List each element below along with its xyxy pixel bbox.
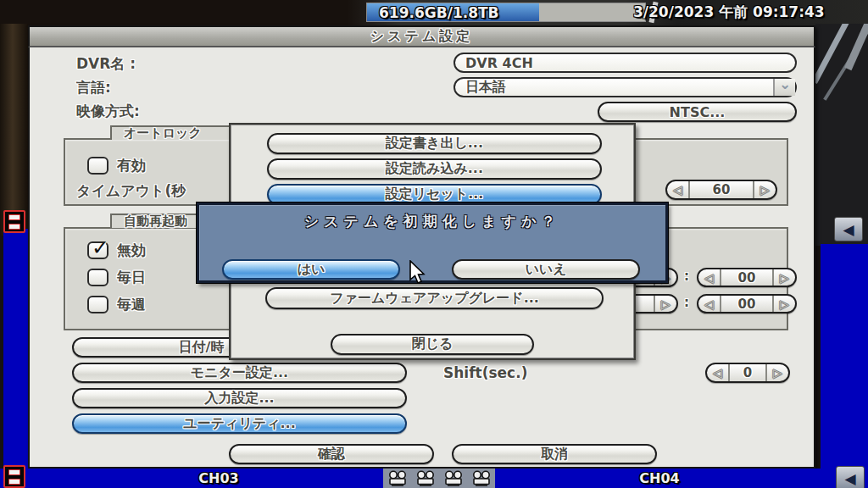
language-label: 言語: [76, 78, 111, 97]
restart-weekly-label: 毎週 [117, 295, 146, 314]
language-value: 日本語 [465, 79, 506, 97]
no-button[interactable]: いいえ [452, 259, 640, 280]
camera-icon-strip [383, 469, 495, 488]
time1-minute-value: 00 [721, 269, 772, 286]
restart-disabled-label: 無効 [117, 241, 146, 260]
shift-value: 0 [730, 364, 765, 381]
channel3-blue-screen [3, 229, 28, 470]
settings-reset-label: 設定リセット... [386, 186, 484, 203]
check-icon: ✓ [92, 236, 109, 260]
settings-export-label: 設定書き出し... [386, 135, 483, 152]
projector-icon [443, 470, 464, 486]
video-format-button-label: NTSC... [670, 104, 726, 120]
light-streak [844, 24, 868, 70]
auto-lock-enabled-label: 有効 [117, 156, 146, 175]
auto-lock-enabled-checkbox[interactable] [87, 157, 108, 175]
timeout-spinner[interactable]: ◁ 60 ▷ [665, 180, 777, 200]
spinner-increment-icon[interactable]: ▷ [753, 181, 776, 198]
film-record-icon [3, 210, 25, 233]
chevron-down-icon: ⌄ [779, 75, 791, 92]
restart-daily-checkbox[interactable] [87, 269, 108, 286]
settings-import-button[interactable]: 設定読み込み... [267, 158, 602, 180]
window-titlebar: システム設定 [28, 25, 815, 47]
input-settings-button[interactable]: 入力設定... [72, 388, 407, 408]
dvr-name-value: DVR 4CH [465, 55, 533, 71]
screen: 619.6GB/1.8TB 3/20/2023 午前 09:17:43 システム… [0, 0, 868, 488]
confirm-button-label: 確認 [318, 446, 345, 463]
input-settings-label: 入力設定... [204, 390, 274, 408]
video-format-button[interactable]: NTSC... [598, 102, 797, 122]
language-select[interactable]: 日本語 ⌄ [453, 77, 797, 97]
restart-daily-label: 毎日 [117, 268, 146, 287]
restart-time2-minute-spinner[interactable]: ◁ 00 ▷ [697, 294, 797, 313]
film-record-icon [3, 465, 25, 488]
window-title: システム設定 [370, 28, 474, 46]
firmware-upgrade-button[interactable]: ファームウェアアップグレード... [265, 287, 604, 309]
camera-right-column [815, 24, 868, 246]
timeout-label: タイムアウト(秒 [76, 181, 186, 201]
monitor-settings-label: モニター設定... [191, 364, 288, 382]
time2-minute-value: 00 [721, 296, 772, 312]
firmware-upgrade-label: ファームウェアアップグレード... [330, 290, 539, 308]
video-format-label: 映像方式: [76, 102, 140, 121]
dvr-name-input[interactable]: DVR 4CH [453, 53, 797, 73]
utility-button-label: ユーティリティ... [183, 415, 295, 433]
auto-restart-title: 自動再起動 [124, 214, 187, 230]
auto-lock-title: オートロック [124, 125, 202, 141]
dvr-name-label: DVR名 : [76, 54, 136, 74]
restart-time1-minute-spinner[interactable]: ◁ 00 ▷ [697, 268, 797, 287]
time2-colon: : [684, 295, 689, 310]
datetime-display: 3/20/2023 午前 09:17:43 [633, 3, 825, 22]
storage-capacity-bar: 619.6GB/1.8TB [366, 3, 646, 22]
speaker-icon: ◀ [834, 217, 863, 241]
monitor-settings-button[interactable]: モニター設定... [72, 363, 407, 383]
spinner-increment-icon[interactable]: ▷ [772, 269, 795, 286]
language-dropdown-button[interactable]: ⌄ [773, 79, 795, 96]
mouse-cursor [409, 260, 426, 289]
speaker-glyph: ◀ [844, 470, 855, 487]
spinner-decrement-icon[interactable]: ◁ [698, 269, 721, 286]
yes-button-label: はい [298, 261, 326, 279]
settings-import-label: 設定読み込み... [386, 160, 483, 178]
spinner-increment-icon[interactable]: ▷ [765, 364, 788, 381]
restart-disabled-checkbox[interactable]: ✓ [87, 241, 108, 259]
shift-spinner[interactable]: ◁ 0 ▷ [705, 363, 790, 383]
yes-button[interactable]: はい [222, 259, 400, 280]
speaker-glyph: ◀ [843, 221, 854, 238]
no-button-label: いいえ [525, 261, 566, 279]
projector-icon [387, 470, 408, 486]
shift-label: Shift(sec.) [443, 364, 527, 381]
close-button[interactable]: 閉じる [331, 334, 534, 355]
channel4-blue-screen [821, 244, 868, 470]
spinner-decrement-icon[interactable]: ◁ [707, 364, 730, 381]
camera-left-column [0, 24, 28, 236]
light-streak [815, 24, 849, 84]
cancel-button[interactable]: 取消 [452, 444, 657, 464]
spinner-decrement-icon[interactable]: ◁ [698, 296, 721, 312]
restart-weekly-checkbox[interactable] [87, 296, 108, 313]
spinner-increment-icon[interactable]: ▷ [772, 296, 795, 312]
time1-colon: : [684, 269, 689, 284]
settings-export-button[interactable]: 設定書き出し... [267, 133, 602, 154]
projector-icon [415, 470, 436, 486]
storage-capacity-text: 619.6GB/1.8TB [379, 4, 499, 21]
spinner-increment-icon[interactable]: ▷ [654, 296, 676, 312]
bottom-channel-bar: CH03 CH04 [0, 469, 868, 488]
datetime-settings-label: 日付/時 [179, 339, 225, 357]
timeout-value: 60 [690, 181, 753, 198]
projector-icon [471, 470, 492, 486]
confirm-button[interactable]: 確認 [229, 444, 434, 464]
channel4-label: CH04 [604, 470, 715, 486]
spinner-decrement-icon[interactable]: ◁ [667, 181, 690, 198]
speaker-icon: ◀ [836, 466, 865, 488]
cancel-button-label: 取消 [541, 446, 568, 463]
close-button-label: 閉じる [412, 336, 453, 353]
confirm-dialog-message: システムを初期化しますか？ [197, 212, 668, 231]
utility-button[interactable]: ユーティリティ... [72, 413, 407, 434]
channel3-label: CH03 [164, 470, 274, 486]
